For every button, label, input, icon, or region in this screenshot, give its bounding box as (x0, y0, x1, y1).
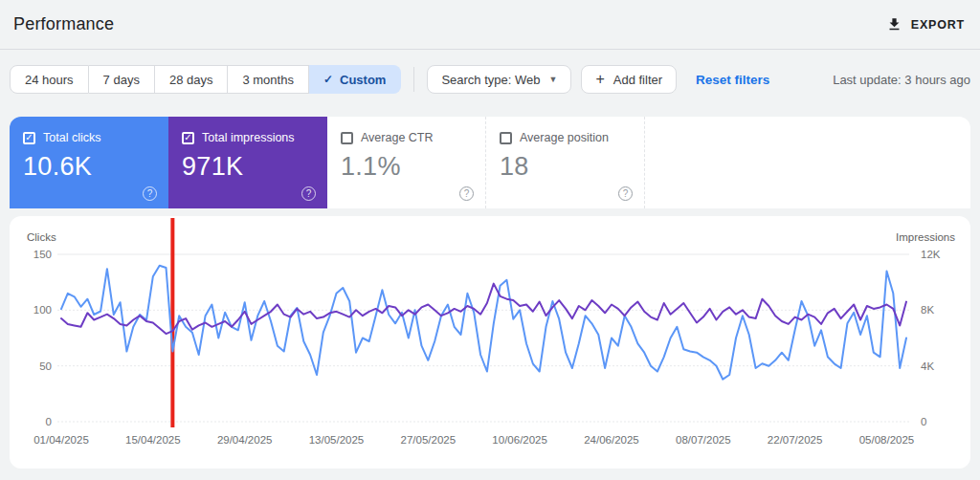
metric-label: Average CTR (361, 131, 434, 144)
help-icon[interactable]: ? (301, 186, 316, 201)
help-icon[interactable]: ? (143, 186, 157, 201)
metric-value: 971K (182, 152, 314, 182)
impressions-line (61, 284, 906, 335)
date-range-7-days[interactable]: 7 days (89, 65, 155, 94)
checkbox-average-ctr[interactable]: ✓ (341, 132, 353, 144)
check-icon: ✓ (184, 133, 191, 142)
page-header: Performance EXPORT (0, 0, 980, 50)
x-axis-tick: 01/04/2025 (33, 434, 89, 446)
metric-card-total-impressions[interactable]: ✓ Total impressions 971K ? (168, 117, 327, 208)
metric-card-average-ctr[interactable]: ✓ Average CTR 1.1% ? (327, 117, 486, 208)
date-range-custom[interactable]: ✓ Custom (309, 65, 401, 94)
x-axis-tick: 29/04/2025 (217, 434, 273, 446)
right-axis-tick: 12K (921, 249, 941, 260)
x-axis-tick: 13/05/2025 (309, 434, 365, 446)
help-icon[interactable]: ? (618, 186, 633, 201)
metric-value: 10.6K (23, 152, 155, 182)
metric-label: Total impressions (202, 131, 295, 144)
left-axis-tick: 50 (39, 360, 52, 372)
export-button[interactable]: EXPORT (886, 16, 965, 33)
reset-filters-link[interactable]: Reset filters (696, 73, 769, 87)
x-axis-tick: 05/08/2025 (859, 434, 915, 446)
toolbar-divider (413, 67, 414, 92)
metric-label: Total clicks (43, 131, 100, 144)
performance-chart-panel: 15012K1008K504K00ClicksImpressions01/04/… (10, 216, 970, 469)
add-filter-button[interactable]: + Add filter (581, 65, 677, 94)
x-axis-tick: 22/07/2025 (768, 434, 823, 446)
checkbox-total-impressions[interactable]: ✓ (182, 132, 194, 144)
help-icon[interactable]: ? (459, 186, 474, 201)
metric-card-average-position[interactable]: ✓ Average position 18 ? (486, 117, 645, 208)
x-axis-tick: 15/04/2025 (125, 434, 181, 446)
last-update-text: Last update: 3 hours ago (833, 73, 970, 87)
clicks-impressions-chart[interactable]: 15012K1008K504K00ClicksImpressions01/04/… (10, 216, 970, 469)
download-icon (886, 16, 902, 33)
checkbox-total-clicks[interactable]: ✓ (23, 132, 35, 144)
plus-icon: + (595, 72, 604, 87)
search-type-dropdown[interactable]: Search type: Web ▼ (427, 65, 571, 94)
check-icon: ✓ (323, 73, 333, 86)
date-range-28-days[interactable]: 28 days (155, 65, 229, 94)
right-axis-tick: 8K (921, 304, 934, 316)
left-axis-tick: 150 (33, 249, 52, 260)
metric-label: Average position (520, 131, 609, 144)
check-icon: ✓ (25, 133, 33, 142)
left-axis-tick: 0 (46, 416, 52, 427)
left-axis-title: Clicks (27, 231, 56, 243)
right-axis-title: Impressions (896, 231, 955, 243)
x-axis-tick: 08/07/2025 (676, 434, 731, 446)
filter-toolbar: 24 hours 7 days 28 days 3 months ✓ Custo… (10, 65, 970, 94)
left-axis-tick: 100 (33, 304, 52, 316)
date-range-24-hours[interactable]: 24 hours (10, 65, 89, 94)
date-range-control: 24 hours 7 days 28 days 3 months ✓ Custo… (10, 65, 401, 94)
metric-value: 18 (500, 152, 631, 182)
metric-card-total-clicks[interactable]: ✓ Total clicks 10.6K ? (10, 117, 168, 208)
right-axis-tick: 0 (921, 416, 926, 427)
export-label: EXPORT (911, 18, 965, 32)
chevron-down-icon: ▼ (548, 75, 557, 84)
right-axis-tick: 4K (921, 360, 934, 372)
metric-value: 1.1% (341, 152, 472, 182)
x-axis-tick: 24/06/2025 (584, 434, 639, 446)
x-axis-tick: 27/05/2025 (401, 434, 457, 446)
checkbox-average-position[interactable]: ✓ (500, 132, 512, 144)
metrics-panel: ✓ Total clicks 10.6K ? ✓ Total impressio… (10, 117, 970, 208)
date-range-3-months[interactable]: 3 months (228, 65, 308, 94)
page-title: Performance (13, 14, 114, 34)
x-axis-tick: 10/06/2025 (492, 434, 547, 446)
